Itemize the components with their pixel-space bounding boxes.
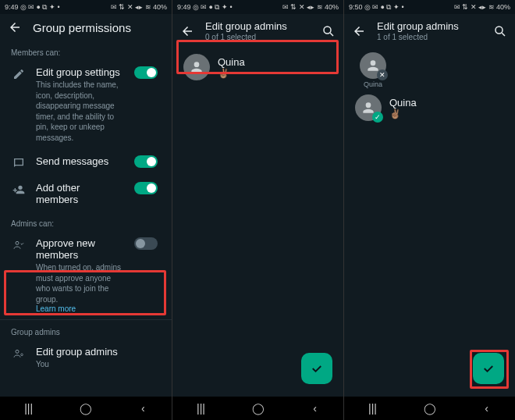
status-bar: 9:49 ◎ ✉ ● ⧉ ✦ • ✉ ⇅ ✕ ◂▸ ≋ 40% — [0, 0, 172, 14]
app-bar: Edit group admins 0 of 1 selected — [172, 14, 343, 48]
edit-admins-sub: You — [36, 359, 161, 370]
page-subtitle: 1 of 1 selected — [377, 33, 482, 41]
nav-recents[interactable]: ||| — [361, 397, 385, 420]
back-button[interactable] — [8, 20, 22, 34]
selected-chip-quina[interactable]: ✕ Quina — [355, 52, 391, 88]
svg-point-3 — [324, 27, 331, 34]
confirm-fab[interactable] — [301, 353, 332, 384]
status-time: 9:50 — [349, 3, 363, 11]
status-battery: 40% — [325, 3, 339, 11]
back-button[interactable] — [180, 24, 194, 38]
contact-status: ✌🏽 — [389, 109, 417, 119]
status-right-icons: ✉ ⇅ ✕ ◂▸ ≋ — [454, 3, 495, 11]
group-admins-header: Group admins — [0, 320, 172, 340]
status-left-icons: ◎ ✉ ● ⧉ ✦ • — [20, 3, 60, 12]
back-button[interactable] — [352, 24, 366, 38]
page-title: Edit group admins — [377, 20, 482, 32]
confirm-fab[interactable] — [473, 353, 504, 384]
screen-edit-admins-0: 9:49 ◎ ✉ ● ⧉ ✦ • ✉ ⇅ ✕ ◂▸ ≋ 40% Edit gro… — [172, 0, 343, 420]
app-bar: Group permissions — [0, 14, 172, 41]
contact-name: Quina — [389, 97, 417, 109]
status-battery: 40% — [496, 3, 510, 11]
send-messages-toggle[interactable] — [134, 155, 158, 168]
edit-settings-desc: This includes the name, icon, descriptio… — [36, 80, 125, 143]
status-bar: 9:50 ◎ ✉ ● ⧉ ✦ • ✉ ⇅ ✕ ◂▸ ≋ 40% — [344, 0, 515, 14]
status-time: 9:49 — [177, 3, 191, 11]
add-members-label: Add other members — [36, 182, 125, 205]
edit-admins-label: Edit group admins — [36, 346, 161, 358]
screen-edit-admins-1: 9:50 ◎ ✉ ● ⧉ ✦ • ✉ ⇅ ✕ ◂▸ ≋ 40% Edit gro… — [343, 0, 515, 420]
members-header: Members can: — [0, 41, 172, 60]
approve-toggle[interactable] — [134, 237, 158, 250]
status-left-icons: ◎ ✉ ● ⧉ ✦ • — [364, 3, 404, 12]
svg-point-4 — [495, 27, 503, 34]
avatar: ✓ — [355, 94, 382, 121]
contact-row-quina[interactable]: ✓ Quina ✌🏽 — [344, 88, 515, 127]
search-button[interactable] — [493, 24, 507, 38]
chip-label: Quina — [364, 80, 382, 88]
approve-icon — [11, 237, 27, 251]
pencil-icon — [11, 66, 27, 80]
svg-point-0 — [16, 241, 19, 244]
selected-check-icon: ✓ — [372, 112, 383, 123]
admins-header: Admins can: — [0, 212, 172, 231]
selected-chip-area: ✕ Quina — [344, 48, 515, 88]
edit-settings-toggle[interactable] — [134, 66, 158, 79]
contact-row-quina[interactable]: Quina ✌🏽 — [172, 48, 343, 87]
message-icon — [11, 155, 27, 169]
send-messages-label: Send messages — [36, 155, 125, 167]
search-button[interactable] — [321, 24, 336, 38]
approve-learn-more[interactable]: Learn more — [36, 304, 125, 313]
edit-settings-label: Edit group settings — [36, 66, 125, 78]
nav-back[interactable]: ‹ — [131, 397, 154, 420]
status-battery: 40% — [153, 3, 167, 11]
avatar: ✕ — [360, 52, 386, 79]
row-send-messages[interactable]: Send messages — [0, 149, 172, 176]
nav-home[interactable]: ◯ — [247, 397, 270, 420]
row-add-members[interactable]: Add other members — [0, 176, 172, 212]
row-approve-members[interactable]: Approve new members When turned on, admi… — [0, 231, 172, 319]
nav-bar: ||| ◯ ‹ — [172, 397, 343, 420]
row-edit-group-settings[interactable]: Edit group settings This includes the na… — [0, 60, 172, 149]
status-right-icons: ✉ ⇅ ✕ ◂▸ ≋ — [282, 3, 323, 11]
nav-back[interactable]: ‹ — [304, 397, 327, 420]
nav-bar: ||| ◯ ‹ — [344, 397, 515, 420]
status-right-icons: ✉ ⇅ ✕ ◂▸ ≋ — [111, 3, 151, 11]
approve-label: Approve new members — [36, 237, 125, 261]
nav-recents[interactable]: ||| — [17, 397, 41, 420]
status-bar: 9:49 ◎ ✉ ● ⧉ ✦ • ✉ ⇅ ✕ ◂▸ ≋ 40% — [172, 0, 343, 14]
page-subtitle: 0 of 1 selected — [205, 33, 311, 41]
contact-status: ✌🏽 — [218, 68, 245, 79]
status-time: 9:49 — [5, 3, 19, 11]
remove-badge-icon[interactable]: ✕ — [377, 69, 388, 80]
contact-name: Quina — [218, 56, 245, 68]
nav-recents[interactable]: ||| — [190, 397, 213, 420]
add-members-toggle[interactable] — [134, 182, 158, 194]
add-person-icon — [11, 182, 27, 196]
page-title: Group permissions — [33, 21, 164, 34]
screen-group-permissions: 9:49 ◎ ✉ ● ⧉ ✦ • ✉ ⇅ ✕ ◂▸ ≋ 40% Group pe… — [0, 0, 172, 420]
page-title: Edit group admins — [205, 20, 311, 32]
nav-home[interactable]: ◯ — [418, 397, 442, 420]
app-bar: Edit group admins 1 of 1 selected — [344, 14, 515, 48]
svg-point-2 — [21, 354, 23, 356]
status-left-icons: ◎ ✉ ● ⧉ ✦ • — [193, 3, 233, 12]
svg-point-1 — [16, 350, 19, 353]
approve-desc: When turned on, admins must approve anyo… — [36, 262, 125, 304]
admins-icon — [11, 346, 27, 360]
row-edit-group-admins[interactable]: Edit group admins You — [0, 340, 172, 376]
nav-home[interactable]: ◯ — [74, 397, 98, 420]
avatar — [183, 54, 210, 80]
nav-back[interactable]: ‹ — [475, 397, 499, 420]
nav-bar: ||| ◯ ‹ — [0, 397, 172, 420]
